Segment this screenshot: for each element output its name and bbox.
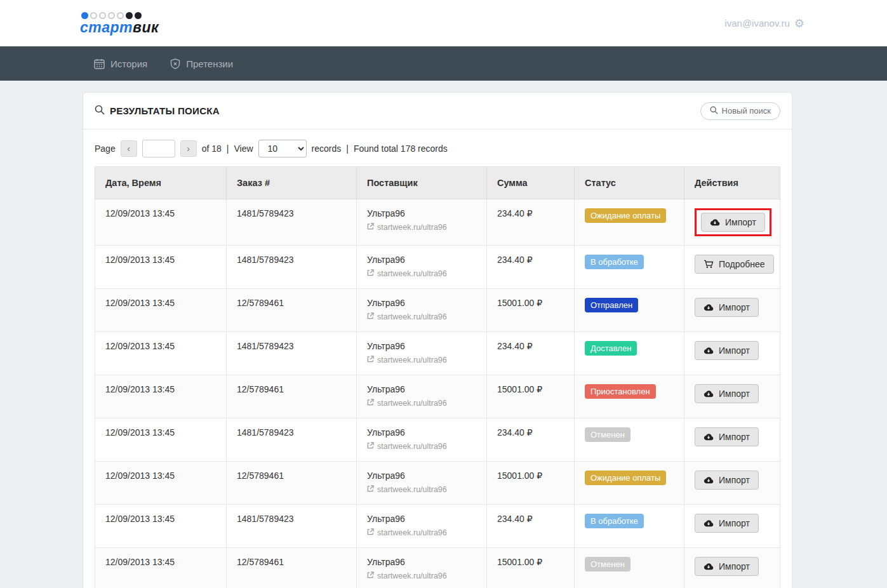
user-email: ivan@ivanov.ru	[724, 18, 790, 29]
cloud-download-icon	[704, 563, 714, 571]
cell-order: 1481/5789423	[227, 246, 357, 289]
gear-icon[interactable]: ⚙	[794, 18, 804, 29]
table-row: 12/09/2013 13:45 1481/5789423 Ультра96 s…	[95, 418, 780, 462]
page-number-input[interactable]	[142, 140, 175, 157]
supplier-link-text: startweek.ru/ultra96	[377, 528, 447, 537]
cell-order: 12/5789461	[227, 548, 357, 588]
order-date: 12/09/2013 13:45	[105, 427, 175, 438]
action-button-label: Импорт	[719, 561, 750, 571]
supplier-link[interactable]: startweek.ru/ultra96	[367, 399, 476, 408]
cell-amount: 15001.00 ₽	[487, 289, 575, 332]
shield-icon	[170, 58, 180, 69]
action-button[interactable]: Импорт	[695, 427, 759, 446]
nav-item-history[interactable]: История	[83, 46, 159, 81]
page-label: Page	[95, 144, 116, 154]
supplier-link-text: startweek.ru/ultra96	[377, 223, 447, 232]
cell-order: 1481/5789423	[227, 199, 357, 246]
cell-date: 12/09/2013 13:45	[95, 462, 227, 505]
supplier-link-text: startweek.ru/ultra96	[377, 442, 447, 451]
user-area: ivan@ivanov.ru ⚙	[724, 18, 804, 29]
cell-supplier: Ультра96 startweek.ru/ultra96	[357, 548, 487, 588]
external-link-icon	[367, 528, 374, 537]
cell-date: 12/09/2013 13:45	[95, 289, 227, 332]
action-highlight-box: Импорт	[695, 471, 759, 490]
supplier-link-text: startweek.ru/ultra96	[377, 312, 447, 321]
supplier-link-text: startweek.ru/ultra96	[377, 571, 447, 580]
orders-table: Дата, Время Заказ # Поставщик Сумма Стат…	[95, 166, 780, 588]
cell-date: 12/09/2013 13:45	[95, 375, 227, 418]
cell-date: 12/09/2013 13:45	[95, 199, 227, 246]
cell-amount: 15001.00 ₽	[487, 548, 575, 588]
action-button[interactable]: Подробнее	[695, 255, 774, 274]
pagination-bar: Page ‹ › of 18 | View 10 records | Found…	[83, 130, 792, 166]
logo-dots	[81, 12, 159, 19]
supplier-link[interactable]: startweek.ru/ultra96	[367, 442, 476, 451]
supplier-link[interactable]: startweek.ru/ultra96	[367, 269, 476, 278]
supplier-link[interactable]: startweek.ru/ultra96	[367, 485, 476, 494]
cell-actions: Импорт	[684, 548, 780, 588]
logo-dot	[90, 12, 97, 19]
supplier-link[interactable]: startweek.ru/ultra96	[367, 223, 476, 232]
prev-page-button[interactable]: ‹	[121, 140, 137, 157]
order-number: 1481/5789423	[237, 255, 294, 265]
cell-date: 12/09/2013 13:45	[95, 246, 227, 289]
cell-status: Ожидание оплаты	[575, 462, 684, 505]
found-total-text: Found total 178 records	[354, 144, 448, 154]
cloud-download-icon	[704, 304, 714, 312]
column-header-supplier: Поставщик	[357, 167, 487, 199]
action-highlight-box: Импорт	[695, 384, 759, 403]
logo[interactable]: стартвик	[80, 12, 159, 35]
action-button[interactable]: Импорт	[695, 384, 759, 403]
cell-actions: Импорт	[684, 462, 780, 505]
table-row: 12/09/2013 13:45 1481/5789423 Ультра96 s…	[95, 199, 780, 246]
order-amount: 234.40 ₽	[497, 514, 533, 524]
order-number: 12/5789461	[237, 557, 284, 567]
order-date: 12/09/2013 13:45	[105, 255, 175, 265]
order-amount: 15001.00 ₽	[497, 298, 542, 308]
supplier-name: Ультра96	[367, 341, 476, 351]
column-header-actions: Действия	[684, 167, 780, 199]
cell-supplier: Ультра96 startweek.ru/ultra96	[357, 418, 487, 462]
order-date: 12/09/2013 13:45	[105, 471, 175, 481]
view-label: View	[234, 144, 253, 154]
cloud-download-icon	[704, 476, 714, 484]
status-badge: В обработке	[585, 255, 644, 269]
supplier-link-text: startweek.ru/ultra96	[377, 356, 447, 364]
cloud-download-icon	[710, 218, 720, 227]
supplier-link[interactable]: startweek.ru/ultra96	[367, 571, 476, 580]
next-page-button[interactable]: ›	[180, 140, 197, 157]
cell-status: В обработке	[575, 246, 684, 289]
supplier-link[interactable]: startweek.ru/ultra96	[367, 528, 476, 537]
supplier-link-text: startweek.ru/ultra96	[377, 399, 447, 408]
cell-order: 12/5789461	[227, 289, 357, 332]
cell-order: 1481/5789423	[227, 418, 357, 462]
supplier-name: Ультра96	[367, 208, 476, 218]
action-button-label: Импорт	[725, 217, 756, 227]
supplier-link[interactable]: startweek.ru/ultra96	[367, 312, 476, 321]
action-button[interactable]: Импорт	[695, 341, 759, 360]
order-number: 12/5789461	[237, 384, 284, 394]
supplier-name: Ультра96	[367, 298, 476, 308]
nav-item-claims[interactable]: Претензии	[159, 46, 244, 81]
cell-status: Отправлен	[575, 289, 684, 332]
external-link-icon	[367, 312, 374, 321]
external-link-icon	[367, 571, 374, 580]
action-button[interactable]: Импорт	[695, 298, 759, 317]
supplier-link[interactable]: startweek.ru/ultra96	[367, 356, 476, 364]
column-header-date: Дата, Время	[95, 167, 227, 199]
page-title-text: РЕЗУЛЬТАТЫ ПОИСКА	[110, 105, 220, 116]
status-badge: Ожидание оплаты	[585, 471, 666, 485]
records-per-page-select[interactable]: 10	[258, 140, 307, 157]
action-button[interactable]: Импорт	[695, 471, 759, 490]
cell-order: 1481/5789423	[227, 332, 357, 375]
new-search-button[interactable]: Новый поиск	[700, 102, 780, 120]
supplier-name: Ультра96	[367, 384, 476, 394]
cloud-download-icon	[704, 519, 714, 528]
action-button[interactable]: Импорт	[695, 514, 759, 533]
action-highlight-box: Импорт	[695, 341, 759, 360]
cell-supplier: Ультра96 startweek.ru/ultra96	[357, 375, 487, 418]
action-button[interactable]: Импорт	[695, 557, 759, 576]
action-button[interactable]: Импорт	[701, 213, 765, 232]
records-label: records	[312, 144, 342, 154]
external-link-icon	[367, 223, 374, 232]
